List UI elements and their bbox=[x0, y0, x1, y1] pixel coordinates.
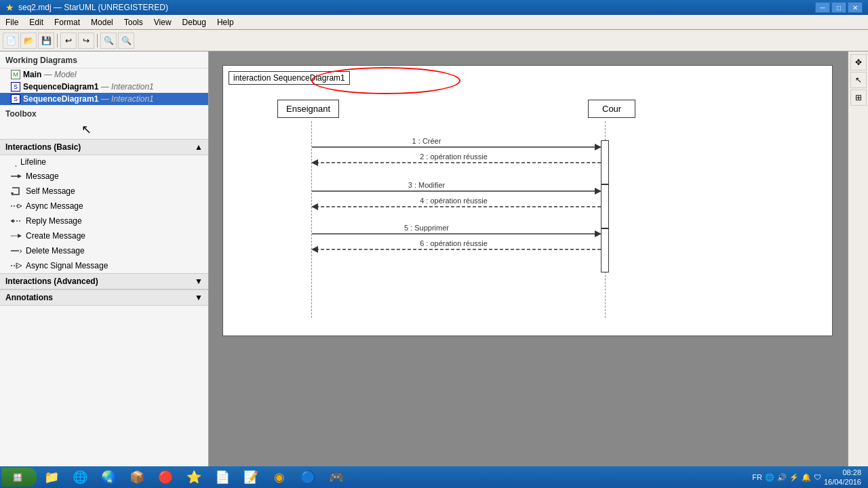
activation-cour-3 bbox=[601, 228, 609, 272]
maximize-button[interactable]: □ bbox=[831, 2, 846, 13]
section-collapse-advanced-icon: ▼ bbox=[195, 277, 203, 286]
menu-item-debug[interactable]: Debug bbox=[177, 15, 212, 29]
pan-tool-button[interactable]: ✥ bbox=[850, 54, 867, 70]
select-tool-button[interactable]: ↖ bbox=[850, 72, 867, 88]
taskbar-app-word[interactable]: 📝 bbox=[237, 468, 264, 486]
taskbar-app-blue[interactable]: 🔵 bbox=[294, 468, 321, 486]
taskbar: 🪟 📁 🌐 🌏 📦 🔴 ⭐ 📄 📝 ◉ 🔵 bbox=[0, 466, 868, 488]
taskbar-app-orange[interactable]: ◉ bbox=[266, 468, 293, 486]
taskbar-app-adobe[interactable]: 📄 bbox=[209, 468, 236, 486]
create-message-icon bbox=[11, 230, 22, 241]
minimize-button[interactable]: ─ bbox=[815, 2, 830, 13]
start-icon: 🪟 bbox=[13, 473, 22, 482]
section-label-basic: Interactions (Basic) bbox=[5, 142, 81, 152]
undo-button[interactable]: ↩ bbox=[60, 33, 77, 49]
canvas-area[interactable]: interaction SequenceDiagram1 Enseignant … bbox=[209, 52, 868, 466]
menu-item-edit[interactable]: Edit bbox=[24, 15, 49, 29]
tool-create-message[interactable]: Create Message bbox=[0, 228, 208, 243]
svg-marker-17 bbox=[311, 159, 318, 166]
toolbar: 📄 📂 💾 ↩ ↪ 🔍 🔍 bbox=[0, 30, 868, 52]
taskbar-app-folder[interactable]: 📁 bbox=[38, 468, 65, 486]
menu-item-model[interactable]: Model bbox=[85, 15, 119, 29]
taskbar-app-ie[interactable]: 🌐 bbox=[66, 468, 94, 486]
self-message-icon bbox=[11, 186, 22, 197]
taskbar-app-opera[interactable]: 🔴 bbox=[152, 468, 179, 486]
seq1-diagram-icon: S bbox=[11, 82, 20, 92]
redo-button[interactable]: ↪ bbox=[78, 33, 94, 49]
close-button[interactable]: ✕ bbox=[848, 2, 863, 13]
delete-message-icon: ✕ bbox=[11, 245, 22, 256]
svg-marker-1 bbox=[18, 174, 22, 178]
tool-reply-message[interactable]: Reply Message bbox=[0, 214, 208, 228]
tool-lifeline[interactable]: Lifeline bbox=[0, 155, 208, 169]
open-button[interactable]: 📂 bbox=[20, 33, 37, 49]
diagram-item-main[interactable]: M Main — Model bbox=[0, 68, 208, 81]
section-collapse-annotations-icon: ▼ bbox=[195, 293, 203, 302]
taskbar-app-game[interactable]: 🎮 bbox=[323, 468, 350, 486]
tool-create-message-label: Create Message bbox=[26, 231, 85, 241]
taskbar-app-staruml[interactable]: ⭐ bbox=[180, 468, 208, 486]
main-diagram-icon: M bbox=[11, 70, 20, 79]
tool-delete-message[interactable]: ✕ Delete Message bbox=[0, 243, 208, 258]
tool-reply-message-label: Reply Message bbox=[26, 216, 82, 226]
clock-time: 08:28 bbox=[824, 468, 861, 477]
menu-item-file[interactable]: File bbox=[0, 15, 24, 29]
svg-text:6 : opération réussie: 6 : opération réussie bbox=[420, 239, 488, 247]
zoom-out-button[interactable]: 🔍 bbox=[118, 33, 134, 49]
async-signal-icon bbox=[11, 260, 22, 271]
menu-item-view[interactable]: View bbox=[149, 15, 177, 29]
network-icon: 🌐 bbox=[765, 473, 774, 482]
activation-cour-2 bbox=[601, 184, 609, 228]
taskbar-app-winamp[interactable]: 📦 bbox=[123, 468, 151, 486]
diagram-item-seq2[interactable]: S SequenceDiagram1 — Interaction1 bbox=[0, 93, 208, 105]
lifeline-icon bbox=[16, 157, 16, 167]
sys-tray: FR 🌐 🔊 ⚡ 🔔 🛡 bbox=[752, 473, 821, 482]
clock-area[interactable]: 08:28 16/04/2016 bbox=[824, 468, 861, 487]
svg-marker-4 bbox=[18, 204, 22, 208]
new-button[interactable]: 📄 bbox=[3, 33, 19, 49]
tool-self-message[interactable]: Self Message bbox=[0, 184, 208, 199]
overview-button[interactable]: ⊞ bbox=[850, 89, 867, 106]
taskbar-right: FR 🌐 🔊 ⚡ 🔔 🛡 08:28 16/04/2016 bbox=[747, 468, 867, 487]
toolbox-title: Toolbox bbox=[0, 105, 208, 120]
start-button[interactable]: 🪟 bbox=[1, 468, 37, 487]
svg-marker-29 bbox=[311, 246, 318, 253]
svg-marker-6 bbox=[11, 219, 14, 223]
seq2-diagram-icon: S bbox=[11, 94, 20, 104]
menubar: FileEditFormatModelToolsViewDebugHelp bbox=[0, 15, 868, 30]
tool-lifeline-label: Lifeline bbox=[20, 157, 46, 167]
section-collapse-basic-icon: ▲ bbox=[195, 142, 203, 152]
save-button[interactable]: 💾 bbox=[38, 33, 54, 49]
menu-item-help[interactable]: Help bbox=[212, 15, 239, 29]
lifeline-enseignant[interactable]: Enseignant bbox=[277, 100, 339, 118]
menu-item-tools[interactable]: Tools bbox=[119, 15, 149, 29]
section-interactions-advanced[interactable]: Interactions (Advanced) ▼ bbox=[0, 273, 208, 289]
lifeline-cour[interactable]: Cour bbox=[588, 100, 635, 118]
svg-text:3 : Modifier: 3 : Modifier bbox=[408, 181, 446, 189]
menu-item-format[interactable]: Format bbox=[49, 15, 85, 29]
battery-icon: ⚡ bbox=[789, 473, 799, 482]
svg-marker-23 bbox=[311, 203, 318, 210]
tool-async-signal[interactable]: Async Signal Message bbox=[0, 258, 208, 273]
seq1-diagram-name: SequenceDiagram1 — Interaction1 bbox=[23, 82, 154, 92]
main-layout: Working Diagrams M Main — Model S Sequen… bbox=[0, 52, 868, 466]
cursor-area: ↖ bbox=[0, 120, 208, 139]
sep1 bbox=[57, 34, 58, 47]
zoom-in-button[interactable]: 🔍 bbox=[100, 33, 117, 49]
section-label-annotations: Annotations bbox=[5, 293, 53, 302]
section-interactions-basic[interactable]: Interactions (Basic) ▲ bbox=[0, 139, 208, 155]
async-message-icon bbox=[11, 201, 22, 211]
main-diagram-name: Main — Model bbox=[23, 70, 77, 79]
tool-delete-message-label: Delete Message bbox=[26, 246, 85, 256]
svg-text:✕: ✕ bbox=[19, 248, 22, 254]
taskbar-app-chrome[interactable]: 🌏 bbox=[95, 468, 122, 486]
diagram-canvas[interactable]: interaction SequenceDiagram1 Enseignant … bbox=[222, 65, 833, 336]
tool-async-signal-label: Async Signal Message bbox=[26, 261, 108, 270]
tool-message[interactable]: Message bbox=[0, 169, 208, 184]
tool-message-label: Message bbox=[26, 171, 59, 181]
section-annotations[interactable]: Annotations ▼ bbox=[0, 289, 208, 306]
diagram-item-seq1[interactable]: S SequenceDiagram1 — Interaction1 bbox=[0, 81, 208, 93]
frame-label-oval bbox=[311, 67, 460, 94]
titlebar-title: seq2.mdj — StarUML (UNREGISTERED) bbox=[18, 3, 168, 12]
tool-async-message[interactable]: Async Message bbox=[0, 199, 208, 214]
